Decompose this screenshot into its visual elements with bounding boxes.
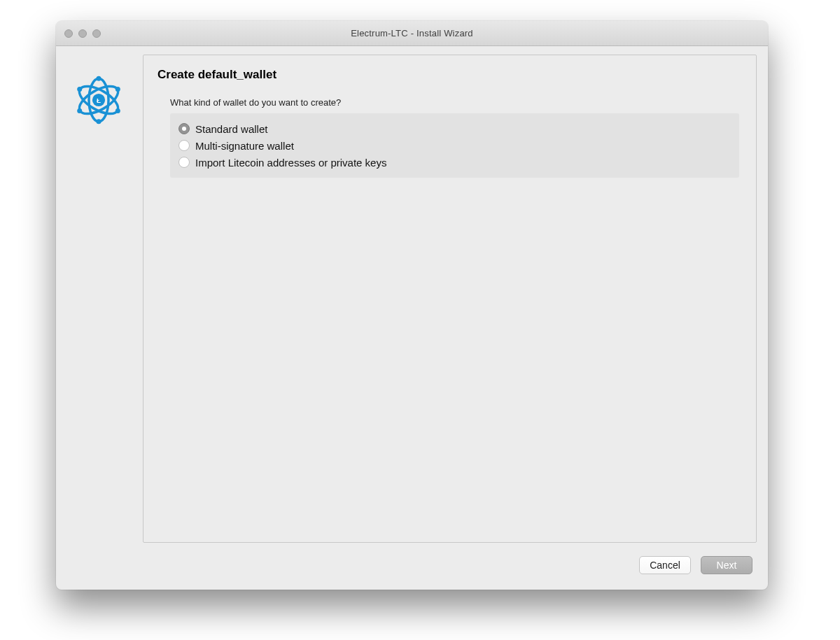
svg-point-6 <box>97 119 102 124</box>
window-titlebar: Electrum-LTC - Install Wizard <box>56 21 768 46</box>
option-label: Import Litecoin addresses or private key… <box>195 157 386 169</box>
electrum-ltc-logo-icon: Ł <box>74 76 123 543</box>
option-standard-wallet[interactable]: Standard wallet <box>178 120 731 137</box>
svg-point-5 <box>97 76 102 81</box>
cancel-button[interactable]: Cancel <box>639 556 691 574</box>
svg-text:Ł: Ł <box>97 97 101 104</box>
svg-point-10 <box>115 108 120 113</box>
wizard-prompt: What kind of wallet do you want to creat… <box>170 97 742 108</box>
option-import-keys[interactable]: Import Litecoin addresses or private key… <box>178 154 731 171</box>
window-controls <box>64 21 101 45</box>
window-title: Electrum-LTC - Install Wizard <box>351 28 473 38</box>
radio-icon <box>178 157 190 168</box>
upper-area: Ł Create default_wallet What kind of wal… <box>67 55 757 543</box>
option-label: Multi-signature wallet <box>195 140 294 152</box>
button-label: Cancel <box>650 560 680 571</box>
wizard-content-panel: Create default_wallet What kind of walle… <box>143 55 757 543</box>
svg-point-7 <box>77 87 82 92</box>
radio-icon <box>178 140 190 151</box>
wizard-heading: Create default_wallet <box>158 68 742 82</box>
svg-point-8 <box>115 87 120 92</box>
traffic-light-minimize[interactable] <box>78 29 87 38</box>
option-multisig-wallet[interactable]: Multi-signature wallet <box>178 137 731 154</box>
option-label: Standard wallet <box>195 123 267 135</box>
window-body: Ł Create default_wallet What kind of wal… <box>56 46 768 590</box>
wallet-type-options: Standard wallet Multi-signature wallet I… <box>170 113 739 178</box>
wizard-footer: Cancel Next <box>67 551 757 579</box>
traffic-light-zoom[interactable] <box>92 29 101 38</box>
radio-icon <box>178 123 190 134</box>
button-label: Next <box>717 560 737 571</box>
next-button[interactable]: Next <box>701 556 752 574</box>
svg-point-9 <box>77 108 82 113</box>
traffic-light-close[interactable] <box>64 29 73 38</box>
install-wizard-window: Electrum-LTC - Install Wizard Ł <box>56 21 768 590</box>
logo-column: Ł <box>67 55 130 543</box>
